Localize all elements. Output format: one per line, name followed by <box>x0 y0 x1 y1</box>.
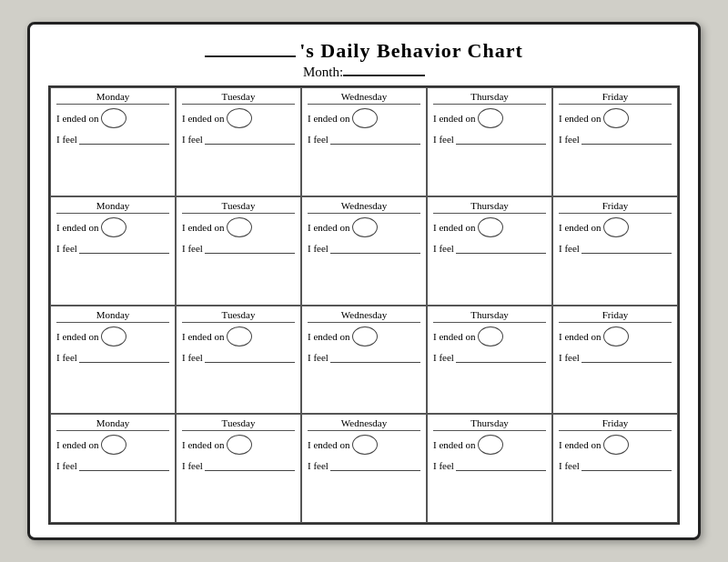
feel-row: I feel <box>433 243 546 254</box>
day-header-thursday: Thursday <box>433 200 546 214</box>
month-blank <box>343 75 425 76</box>
ended-label: I ended on <box>433 439 475 450</box>
day-header-tuesday: Tuesday <box>182 91 295 105</box>
ended-label: I ended on <box>308 439 349 450</box>
behavior-oval <box>352 326 378 346</box>
feel-label: I feel <box>56 134 77 145</box>
week2-friday-cell: FridayI ended onI feel <box>552 196 678 306</box>
day-header-friday: Friday <box>559 417 672 431</box>
week1-thursday-cell: ThursdayI ended onI feel <box>427 87 552 196</box>
week3-monday-cell: MondayI ended onI feel <box>50 306 176 415</box>
ended-row: I ended on <box>182 217 295 237</box>
feel-row: I feel <box>182 352 295 363</box>
feel-row: I feel <box>56 460 169 471</box>
feel-row: I feel <box>308 460 420 471</box>
ended-label: I ended on <box>308 113 349 124</box>
feel-row: I feel <box>559 134 672 145</box>
feel-row: I feel <box>182 134 295 145</box>
month-row: Month: <box>303 65 425 80</box>
feel-blank <box>456 253 546 254</box>
day-header-tuesday: Tuesday <box>182 200 295 214</box>
day-header-wednesday: Wednesday <box>308 309 420 323</box>
ended-label: I ended on <box>308 222 349 233</box>
ended-row: I ended on <box>559 217 672 237</box>
week1-friday-cell: FridayI ended onI feel <box>552 87 678 196</box>
feel-blank <box>456 470 546 471</box>
feel-row: I feel <box>559 243 672 254</box>
day-header-monday: Monday <box>56 309 169 323</box>
behavior-oval <box>478 108 503 128</box>
week3-thursday-cell: ThursdayI ended onI feel <box>427 306 552 415</box>
ended-label: I ended on <box>433 113 475 124</box>
day-header-monday: Monday <box>56 417 169 431</box>
day-header-monday: Monday <box>56 200 169 214</box>
feel-blank <box>205 470 295 471</box>
week4-thursday-cell: ThursdayI ended onI feel <box>427 414 552 523</box>
behavior-oval <box>352 217 378 237</box>
ended-row: I ended on <box>182 326 295 346</box>
ended-row: I ended on <box>56 217 169 237</box>
ended-row: I ended on <box>56 108 169 128</box>
ended-label: I ended on <box>182 331 224 342</box>
week4-monday-cell: MondayI ended onI feel <box>50 414 176 523</box>
feel-row: I feel <box>56 134 169 145</box>
behavior-oval <box>227 108 252 128</box>
day-header-tuesday: Tuesday <box>182 309 295 323</box>
ended-label: I ended on <box>56 113 98 124</box>
day-header-thursday: Thursday <box>433 309 546 323</box>
feel-blank <box>330 253 420 254</box>
feel-label: I feel <box>433 352 454 363</box>
day-header-friday: Friday <box>559 91 672 105</box>
feel-label: I feel <box>182 352 203 363</box>
behavior-oval <box>101 326 126 346</box>
feel-label: I feel <box>308 243 329 254</box>
behavior-oval <box>478 435 503 455</box>
behavior-oval <box>101 435 126 455</box>
feel-blank <box>79 144 169 145</box>
ended-label: I ended on <box>182 439 224 450</box>
week2-thursday-cell: ThursdayI ended onI feel <box>427 196 552 306</box>
day-header-thursday: Thursday <box>433 417 546 431</box>
feel-blank <box>205 144 295 145</box>
day-header-wednesday: Wednesday <box>308 200 420 214</box>
ended-label: I ended on <box>56 331 98 342</box>
behavior-oval <box>603 217 629 237</box>
feel-blank <box>79 253 169 254</box>
ended-label: I ended on <box>56 439 98 450</box>
ended-label: I ended on <box>559 113 601 124</box>
behavior-oval <box>352 108 378 128</box>
feel-blank <box>205 362 295 363</box>
ended-row: I ended on <box>182 435 295 455</box>
week2-monday-cell: MondayI ended onI feel <box>50 196 176 306</box>
behavior-oval <box>603 435 629 455</box>
behavior-oval <box>227 326 252 346</box>
day-header-tuesday: Tuesday <box>182 417 295 431</box>
behavior-oval <box>352 435 378 455</box>
behavior-oval <box>227 217 252 237</box>
feel-row: I feel <box>559 352 672 363</box>
feel-row: I feel <box>433 460 546 471</box>
ended-row: I ended on <box>559 435 672 455</box>
ended-label: I ended on <box>559 222 601 233</box>
behavior-chart: MondayI ended onI feelTuesdayI ended onI… <box>48 85 680 525</box>
ended-row: I ended on <box>559 326 672 346</box>
day-header-thursday: Thursday <box>433 91 546 105</box>
feel-label: I feel <box>559 460 580 471</box>
week1-tuesday-cell: TuesdayI ended onI feel <box>176 87 301 196</box>
week3-friday-cell: FridayI ended onI feel <box>552 306 678 415</box>
behavior-oval <box>101 217 126 237</box>
month-label: Month: <box>303 65 343 79</box>
ended-label: I ended on <box>56 222 98 233</box>
week4-friday-cell: FridayI ended onI feel <box>552 414 678 523</box>
week3-tuesday-cell: TuesdayI ended onI feel <box>176 306 301 415</box>
day-header-friday: Friday <box>559 200 672 214</box>
behavior-oval <box>478 217 503 237</box>
ended-row: I ended on <box>433 217 546 237</box>
feel-label: I feel <box>559 134 580 145</box>
ended-row: I ended on <box>559 108 672 128</box>
feel-row: I feel <box>433 352 546 363</box>
ended-label: I ended on <box>433 222 475 233</box>
week1-wednesday-cell: WednesdayI ended onI feel <box>301 87 427 196</box>
week4-tuesday-cell: TuesdayI ended onI feel <box>176 414 301 523</box>
feel-label: I feel <box>182 243 203 254</box>
